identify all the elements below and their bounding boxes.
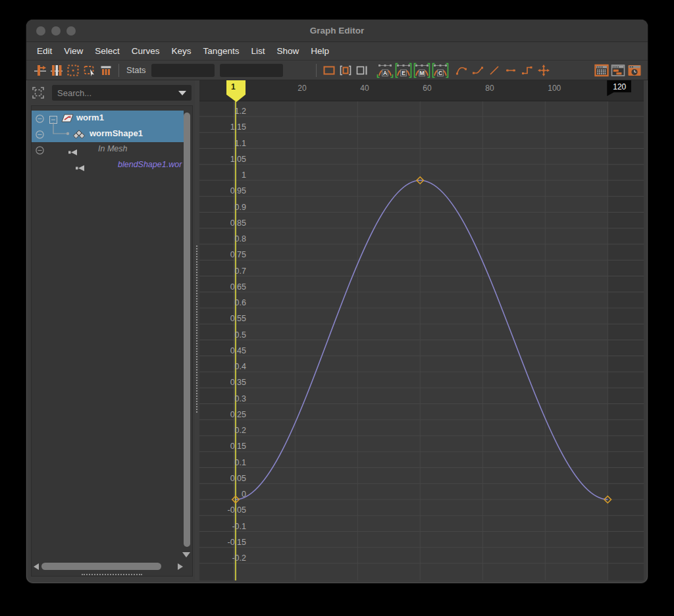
clamped-tangents-icon[interactable] [470, 62, 486, 79]
time-tick-label: 20 [298, 84, 306, 93]
menu-item-help[interactable]: Help [305, 46, 335, 56]
auto-ease-tangent-icon[interactable]: E [394, 62, 413, 79]
stats-value-field[interactable] [220, 64, 283, 77]
value-tick-label: -0.2 [199, 553, 246, 563]
collapse-circle-icon[interactable] [36, 114, 44, 126]
menu-bar: EditViewSelectCurvesKeysTangentsListShow… [26, 42, 648, 61]
retime-tool-icon[interactable] [97, 62, 114, 79]
linear-tangents-icon[interactable] [486, 62, 503, 79]
scroll-left-arrow[interactable] [34, 563, 39, 570]
menu-item-view[interactable]: View [58, 46, 89, 56]
animated-attribute-label[interactable]: blendShape1.wor [118, 160, 184, 169]
value-tick-label: 0.35 [199, 377, 246, 388]
time-editor-icon[interactable] [626, 62, 642, 79]
stacked-view-icon[interactable] [338, 62, 354, 79]
attribute-icon [68, 147, 79, 159]
graph-view[interactable]: 204060801001120 1.21.151.11.0510.950.90.… [199, 80, 644, 580]
title-bar[interactable]: Graph Editor [26, 20, 648, 42]
node-label[interactable]: wormShape1 [90, 128, 143, 138]
time-tick-label: 80 [485, 84, 494, 93]
scroll-down-arrow[interactable] [182, 552, 190, 557]
region-keys-tool-icon[interactable] [81, 62, 97, 79]
move-keys-tool-icon[interactable] [536, 62, 552, 79]
svg-text:A: A [383, 69, 387, 76]
auto-custom-tangent-icon[interactable]: C [431, 62, 450, 79]
tangent-preset-group [454, 62, 552, 79]
time-ruler[interactable]: 204060801001120 [199, 80, 644, 101]
value-tick-label: 0.65 [199, 282, 246, 292]
svg-text:E: E [402, 69, 405, 76]
horizontal-scrollbar [32, 561, 184, 572]
menu-item-show[interactable]: Show [271, 46, 305, 56]
shape-node-icon [72, 130, 86, 141]
stats-label: Stats [126, 65, 146, 75]
outliner-tree: worm1 [31, 105, 193, 577]
value-tick-label: 0.5 [199, 330, 246, 340]
panel-splitter[interactable] [195, 80, 199, 580]
value-tick-label: -0.05 [199, 505, 246, 515]
frame-selection-icon[interactable] [30, 86, 47, 99]
editor-switch-group [593, 62, 642, 79]
stats-time-field[interactable] [151, 64, 215, 77]
value-tick-label: 0.15 [199, 441, 246, 451]
search-input[interactable] [52, 85, 192, 101]
dope-sheet-icon[interactable] [609, 62, 626, 79]
value-tick-label: 0.2 [199, 425, 246, 436]
move-nearest-picked-key-tool-icon[interactable] [32, 62, 48, 79]
value-tick-label: 0.55 [199, 313, 246, 324]
absolute-view-icon[interactable] [321, 62, 338, 79]
horizontal-scrollbar-thumb[interactable] [41, 563, 161, 570]
graph-editor-window: Graph Editor EditViewSelectCurvesKeysTan… [26, 20, 648, 583]
menu-item-edit[interactable]: Edit [31, 46, 58, 56]
collapse-circle-icon[interactable] [36, 145, 44, 157]
value-tick-label: 1.05 [199, 154, 246, 165]
tree-row-blendshape[interactable]: blendShape1.wor [32, 158, 184, 174]
step-tangents-icon[interactable] [519, 62, 536, 79]
desktop: Graph Editor EditViewSelectCurvesKeysTan… [0, 0, 674, 616]
lattice-deform-keys-tool-icon[interactable] [65, 62, 81, 79]
menu-item-select[interactable]: Select [89, 46, 126, 56]
tree-row-in-mesh[interactable]: In Mesh [32, 142, 184, 158]
insert-keys-tool-icon[interactable] [48, 62, 65, 79]
zoom-button[interactable] [66, 26, 76, 36]
value-tick-label: 1.2 [199, 106, 246, 116]
menu-item-list[interactable]: List [245, 46, 271, 56]
close-button[interactable] [36, 26, 45, 36]
value-tick-label: -0.1 [199, 521, 246, 532]
auto-tangent-icon[interactable]: A [376, 62, 394, 79]
attribute-label[interactable]: In Mesh [98, 144, 127, 153]
auto-mix-tangent-icon[interactable]: M [413, 62, 431, 79]
vertical-scrollbar-thumb[interactable] [184, 113, 190, 547]
toolbar-separator [316, 64, 317, 77]
time-tick-label: 40 [360, 84, 369, 93]
value-tick-label: 0.1 [199, 457, 246, 468]
toolbar-separator [118, 64, 119, 77]
flat-tangents-icon[interactable] [503, 62, 519, 79]
range-end-marker[interactable]: 120 [607, 80, 631, 96]
value-tick-label: 0.25 [199, 409, 246, 420]
menu-item-tangents[interactable]: Tangents [197, 46, 246, 56]
view-mode-group [321, 62, 371, 79]
value-tick-label: 0.05 [199, 473, 246, 484]
value-tick-label: -0.15 [199, 537, 246, 548]
current-frame-marker[interactable]: 1 [226, 80, 246, 102]
minimize-button[interactable] [51, 26, 61, 36]
value-tick-label: 0.95 [199, 186, 246, 196]
normalized-view-icon[interactable] [354, 62, 371, 79]
spreadsheet-icon[interactable] [593, 62, 609, 79]
menu-item-curves[interactable]: Curves [126, 46, 166, 56]
scroll-right-arrow[interactable] [178, 563, 183, 570]
spline-tangents-icon[interactable] [454, 62, 470, 79]
collapse-circle-icon[interactable] [36, 130, 44, 141]
value-tick-label: 0.3 [199, 394, 246, 404]
panel-resize-grip[interactable] [82, 574, 142, 575]
curve-canvas [199, 80, 644, 580]
menu-item-keys[interactable]: Keys [166, 46, 197, 56]
value-tick-label: 1.1 [199, 138, 246, 149]
out-of-range-right [608, 101, 644, 580]
key-tools-group [32, 62, 114, 79]
value-tick-label: 0.85 [199, 218, 246, 228]
node-label[interactable]: worm1 [76, 113, 104, 122]
search-dropdown-icon[interactable] [178, 91, 186, 95]
tree-row-wormshape1[interactable]: wormShape1 [32, 126, 184, 142]
